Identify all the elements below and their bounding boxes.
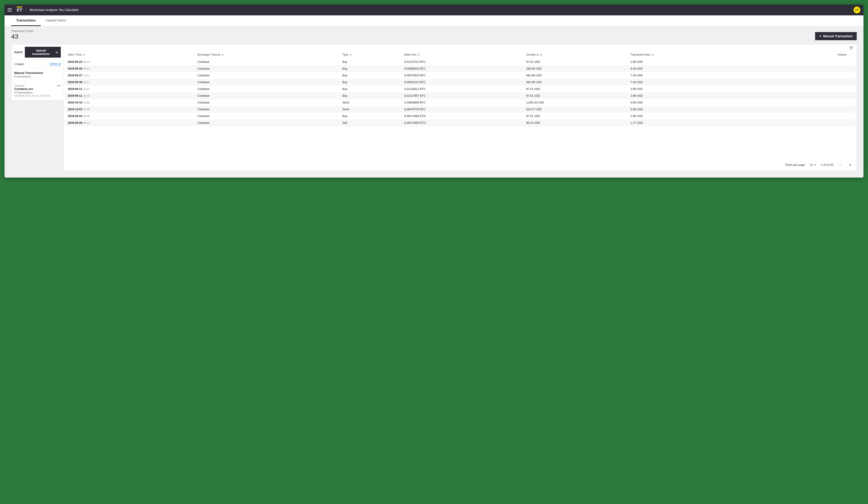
logo: EY	[17, 8, 26, 12]
cell-base: 0.01227312 BTC	[402, 59, 524, 65]
cell-date: 2019-05-2400:10	[65, 59, 196, 65]
cell-fees: 2.99 USD	[629, 59, 759, 65]
cell-type: Buy	[341, 86, 402, 92]
import-count: 43 transactions	[14, 91, 61, 94]
cell-fees: 7.34 USD	[629, 72, 759, 79]
cell-actions	[759, 92, 856, 99]
cell-exchange: Coinbase	[196, 113, 341, 119]
sort-icon[interactable]	[652, 54, 654, 56]
cell-actions	[759, 86, 856, 92]
import-filename: Coinbase.csv	[14, 87, 61, 91]
cell-fees: 2.99 USD	[629, 113, 759, 119]
transactions-panel: Date / Time Exchange / Source Type Base …	[64, 44, 857, 171]
sort-icon[interactable]	[540, 54, 542, 56]
chevron-down-icon	[814, 165, 816, 166]
prev-page-button[interactable]	[838, 162, 843, 167]
cell-exchange: Coinbase	[196, 119, 341, 126]
col-actions: Actions	[759, 51, 856, 59]
cell-actions	[759, 99, 856, 106]
cell-exchange: Coinbase	[196, 106, 341, 113]
cell-exchange: Coinbase	[196, 92, 341, 99]
cell-date: 2019-06-1120:32	[65, 92, 196, 99]
cell-base: 0.08475733 BTC	[402, 106, 524, 113]
cell-counter: 97.01 USD	[524, 113, 629, 119]
tab-capital-gains[interactable]: Capital Gains	[41, 15, 71, 26]
table-row[interactable]: 2019-05-3014:17CoinbaseBuy0.05620122 BTC…	[65, 79, 856, 86]
cell-type: Buy	[341, 113, 402, 119]
cell-type: Buy	[341, 72, 402, 79]
cell-date: 2019-05-3014:17	[65, 79, 196, 86]
table-row[interactable]: 2019-06-1120:31CoinbaseBuy0.01218011 BTC…	[65, 86, 856, 92]
import-sidebar: Import Upload transactions 1 import Sele…	[11, 44, 64, 100]
pagination: Rows per page: 10 1-10 of 43	[64, 159, 857, 170]
table-row[interactable]: 2019-05-2400:09CoinbaseBuy0.39371605 ETH…	[65, 113, 856, 119]
upload-transactions-button[interactable]: Upload transactions	[25, 47, 61, 57]
sort-icon[interactable]	[350, 54, 351, 56]
titlebar: EY Blockchain Analyzer Tax Calculator CF	[4, 4, 864, 15]
import-source: Coinbase	[14, 84, 25, 87]
table-row[interactable]: 2019-05-2722:11CoinbaseBuy0.05570632 BTC…	[65, 72, 856, 79]
cell-base: 0.03658325 BTC	[402, 65, 524, 72]
manual-transaction-button[interactable]: + Manual Transaction	[815, 32, 857, 40]
col-type[interactable]: Type	[341, 51, 402, 59]
cell-counter: 295.60 USD	[524, 65, 629, 72]
sort-icon[interactable]	[418, 54, 420, 56]
cell-exchange: Coinbase	[196, 79, 341, 86]
cell-date: 2019-05-2400:09	[65, 113, 196, 119]
cell-counter: 97.01 USD	[524, 92, 629, 99]
select-all-link[interactable]: Select all	[50, 62, 61, 66]
table-row[interactable]: 2019-05-2400:10CoinbaseBuy0.01227312 BTC…	[65, 59, 856, 65]
cell-exchange: Coinbase	[196, 99, 341, 106]
manual-block-subtitle: 0 transactions	[14, 75, 61, 78]
rows-per-page-select[interactable]: 10	[810, 163, 816, 167]
table-row[interactable]: 2019-05-2604:11CoinbaseSell0.39371605 ET…	[65, 119, 856, 126]
col-base[interactable]: Base from	[402, 51, 524, 59]
cell-exchange: Coinbase	[196, 59, 341, 65]
col-counter[interactable]: Counter to	[524, 51, 629, 59]
cell-actions	[759, 113, 856, 119]
cell-base: 0.01218011 BTC	[402, 86, 524, 92]
next-page-button[interactable]	[847, 162, 852, 167]
cell-date: 2019-06-1120:31	[65, 86, 196, 92]
filter-icon[interactable]	[849, 47, 853, 50]
import-block[interactable]: Coinbase ••• Coinbase.csv 43 transaction…	[11, 81, 63, 100]
col-date[interactable]: Date / Time	[65, 51, 196, 59]
cell-fees: 1.17 USD	[629, 119, 759, 126]
app-window: EY Blockchain Analyzer Tax Calculator CF…	[4, 4, 864, 178]
table-row[interactable]: 2019-10-1514:56CoinbaseSend0.19826658 BT…	[65, 99, 856, 106]
sort-icon[interactable]	[222, 54, 224, 56]
transactions-table: Date / Time Exchange / Source Type Base …	[65, 51, 856, 126]
manual-transactions-block[interactable]: Manual Transactions 0 transactions	[11, 69, 63, 81]
table-row[interactable]: 2019-06-1120:32CoinbaseBuy0.01217857 BTC…	[65, 92, 856, 99]
tabs: Transactions Capital Gains	[4, 15, 864, 26]
col-fees[interactable]: Transaction fees	[629, 51, 759, 59]
table-row[interactable]: 2019-05-2604:42CoinbaseBuy0.03658325 BTC…	[65, 65, 856, 72]
cell-type: Buy	[341, 92, 402, 99]
cell-exchange: Coinbase	[196, 86, 341, 92]
more-icon[interactable]: •••	[57, 84, 61, 87]
menu-icon[interactable]	[8, 7, 13, 13]
cell-exchange: Coinbase	[196, 72, 341, 79]
count-label: TRANSACTIONS	[11, 30, 33, 32]
cell-actions	[759, 119, 856, 126]
cell-base: 0.19826658 BTC	[402, 99, 524, 106]
cell-base: 0.05570632 BTC	[402, 72, 524, 79]
col-exchange[interactable]: Exchange / Source	[196, 51, 341, 59]
cell-base: 0.01217857 BTC	[402, 92, 524, 99]
cell-date: 2019-12-0319:30	[65, 106, 196, 113]
tab-transactions[interactable]: Transactions	[11, 15, 41, 26]
cell-fees: 2.99 USD	[629, 92, 759, 99]
import-inserted: Inserted 2021-02-03 11:45:03	[14, 94, 61, 97]
cell-actions	[759, 59, 856, 65]
plus-icon: +	[819, 34, 821, 38]
count-value: 43	[11, 33, 33, 40]
avatar[interactable]: CF	[854, 7, 860, 13]
sidebar-imports-row: 1 import Select all	[11, 60, 63, 69]
cell-counter: 97.01 USD	[524, 59, 629, 65]
table-row[interactable]: 2019-12-0319:30CoinbaseSend0.08475733 BT…	[65, 106, 856, 113]
rows-per-page-value: 10	[810, 163, 813, 167]
chevron-right-icon	[849, 164, 851, 166]
cell-fees: 4.40 USD	[629, 65, 759, 72]
sort-icon[interactable]	[83, 54, 85, 56]
manual-button-label: Manual Transaction	[823, 34, 852, 38]
